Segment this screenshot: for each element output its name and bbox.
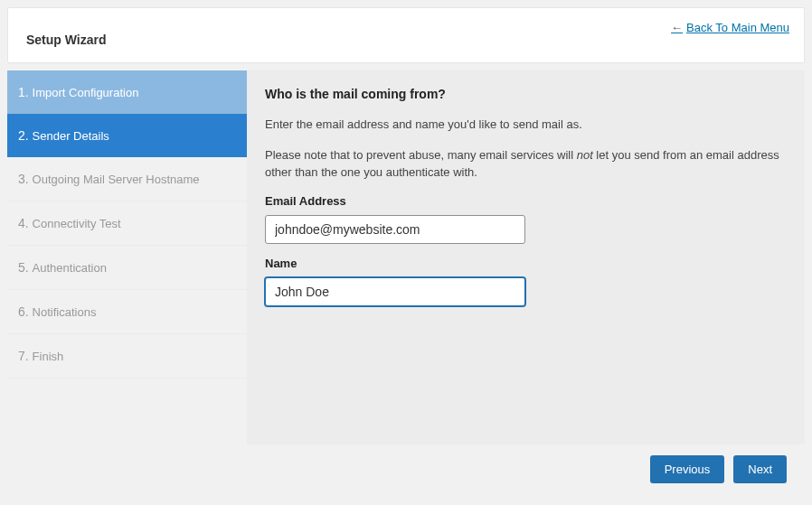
step-sender-details[interactable]: 2. Sender Details	[7, 114, 247, 157]
step-outgoing-mail-server[interactable]: 3. Outgoing Mail Server Hostname	[7, 157, 247, 201]
next-button[interactable]: Next	[733, 455, 787, 483]
back-link-text: Back To Main Menu	[686, 21, 789, 34]
page-title: Setup Wizard	[26, 33, 786, 47]
step-connectivity-test[interactable]: 4. Connectivity Test	[7, 201, 247, 246]
email-label: Email Address	[265, 194, 787, 208]
name-input[interactable]	[265, 277, 525, 306]
step-number: 6.	[18, 304, 29, 319]
step-notifications[interactable]: 6. Notifications	[7, 290, 247, 334]
step-authentication[interactable]: 5. Authentication	[7, 246, 247, 290]
step-label: Outgoing Mail Server Hostname	[33, 173, 200, 186]
back-to-main-link[interactable]: ←Back To Main Menu	[671, 21, 789, 34]
back-arrow-icon: ←	[671, 21, 683, 34]
name-label: Name	[265, 257, 787, 270]
step-label: Notifications	[33, 305, 97, 319]
step-label: Import Configuration	[33, 86, 139, 99]
step-label: Connectivity Test	[33, 217, 121, 230]
panel-intro-text: Enter the email address and name you'd l…	[265, 116, 787, 134]
step-number: 1.	[18, 85, 29, 99]
step-label: Sender Details	[33, 129, 109, 143]
main-area: 1. Import Configuration 2. Sender Detail…	[7, 70, 805, 483]
wizard-steps-sidebar: 1. Import Configuration 2. Sender Detail…	[7, 70, 247, 483]
step-number: 2.	[18, 128, 29, 143]
email-input[interactable]	[265, 215, 525, 244]
step-import-configuration[interactable]: 1. Import Configuration	[7, 70, 247, 114]
step-number: 7.	[18, 349, 29, 363]
previous-button[interactable]: Previous	[650, 455, 725, 483]
header-card: Setup Wizard ←Back To Main Menu	[7, 7, 805, 63]
step-number: 5.	[18, 260, 29, 275]
step-label: Authentication	[33, 261, 107, 275]
panel-note-text: Please note that to prevent abuse, many …	[265, 146, 787, 182]
step-finish[interactable]: 7. Finish	[7, 334, 247, 379]
step-number: 4.	[18, 216, 29, 230]
button-row: Previous Next	[247, 455, 787, 483]
step-number: 3.	[18, 172, 29, 186]
content-panel: Who is the mail coming from? Enter the e…	[247, 70, 805, 444]
note-emphasis: not	[577, 148, 593, 162]
note-pre: Please note that to prevent abuse, many …	[265, 148, 577, 162]
step-label: Finish	[33, 350, 64, 363]
panel-heading: Who is the mail coming from?	[265, 87, 787, 101]
content-wrapper: Who is the mail coming from? Enter the e…	[247, 70, 805, 483]
